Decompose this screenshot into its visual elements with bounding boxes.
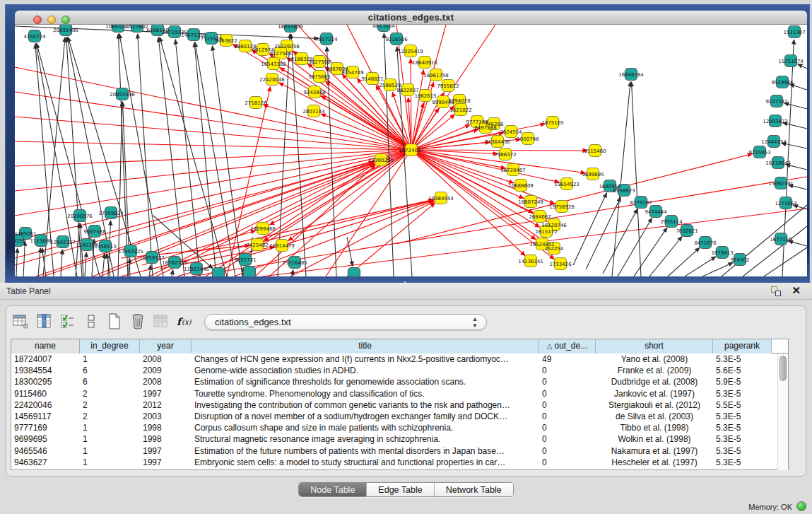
graph-node-teal[interactable] (213, 268, 225, 277)
table-cell[interactable]: 5.5E-5 (713, 399, 772, 411)
table-cell[interactable]: Embryonic stem cells: a model to study s… (192, 457, 539, 468)
table-cell[interactable]: Jankovic et al. (1997) (596, 388, 713, 399)
table-cell[interactable]: 0 (539, 365, 596, 376)
table-cell[interactable]: 2 (80, 388, 140, 399)
citation-edge-black[interactable] (603, 209, 637, 274)
citation-edge-red[interactable] (326, 150, 411, 276)
table-cell[interactable]: 9465546 (11, 445, 80, 457)
citation-edge-red[interactable] (279, 83, 411, 150)
float-window-icon[interactable] (771, 286, 781, 296)
table-cell[interactable]: 9777169 (11, 422, 80, 433)
citation-edge-black[interactable] (586, 197, 620, 269)
table-cell[interactable]: 9115460 (11, 388, 80, 399)
rows-icon[interactable] (81, 312, 102, 332)
table-cell[interactable]: 1 (80, 433, 140, 445)
import-table-icon[interactable] (151, 312, 172, 332)
table-cell[interactable]: Investigating the contribution of common… (192, 399, 539, 411)
table-row[interactable]: 2242004622012Investigating the contribut… (11, 399, 788, 411)
table-cell[interactable]: 1998 (140, 433, 192, 445)
citation-edge-black[interactable] (61, 250, 62, 276)
column-header-pagerank[interactable]: pagerank (713, 339, 772, 354)
table-cell[interactable]: 5.3E-5 (713, 411, 772, 422)
citation-edge-black[interactable] (685, 257, 716, 276)
table-cell[interactable]: 6 (80, 365, 140, 376)
table-cell[interactable]: Disruption of a novel member of a sodium… (192, 411, 539, 422)
table-cell[interactable]: Franke et al. (2009) (596, 365, 713, 376)
citation-edge-black[interactable] (668, 247, 700, 276)
table-cell[interactable]: 2008 (140, 354, 192, 365)
graph-node-teal[interactable] (348, 268, 360, 277)
table-cell[interactable]: 1 (80, 457, 140, 468)
table-cell[interactable]: 0 (539, 399, 596, 411)
table-cell[interactable]: 1 (80, 354, 140, 365)
table-cell[interactable]: 2 (80, 411, 140, 422)
table-cell[interactable]: Tourette syndrome. Phenomenology and cla… (192, 388, 539, 399)
table-row[interactable]: 1872400712008Changes of HCN gene express… (11, 354, 788, 365)
table-cell[interactable]: 0 (539, 422, 596, 433)
column-header-out_de[interactable]: △out_de... (539, 339, 596, 354)
citation-edge-black[interactable] (702, 263, 733, 276)
table-cell[interactable]: Wolkin et al. (1998) (596, 433, 713, 445)
citation-edge-black[interactable] (149, 265, 151, 276)
citation-edge-black[interactable] (102, 254, 105, 276)
table-cell[interactable]: Estimation of the future numbers of pati… (192, 445, 539, 457)
column-header-in_degree[interactable]: in_degree (80, 339, 140, 354)
table-cell[interactable]: 5.3E-5 (713, 422, 772, 433)
show-column-icon[interactable] (34, 312, 55, 332)
table-cell[interactable]: 5.3E-5 (713, 433, 772, 445)
table-cell[interactable]: 2008 (140, 376, 192, 387)
table-cell[interactable]: 1997 (140, 445, 192, 457)
citation-edge-black[interactable] (798, 64, 807, 69)
citation-edge-red[interactable] (15, 117, 411, 150)
scrollbar-thumb[interactable] (779, 356, 787, 381)
network-window-titlebar[interactable]: citations_edges.txt (15, 11, 807, 25)
new-file-icon[interactable] (104, 312, 125, 332)
select-attributes-icon[interactable] (57, 312, 78, 332)
function-builder-icon[interactable]: f(x) (174, 312, 195, 332)
citation-edge-black[interactable] (138, 34, 153, 276)
table-cell[interactable]: 0 (539, 376, 596, 387)
table-row[interactable]: 1830029562008Estimation of significance … (11, 376, 788, 387)
table-row[interactable]: 1938455462009Genome-wide association stu… (11, 365, 788, 376)
citation-edge-black[interactable] (195, 42, 235, 276)
table-cell[interactable]: 22420046 (11, 399, 80, 411)
table-cell[interactable]: Estimation of significance thresholds fo… (192, 376, 539, 387)
table-cell[interactable]: 2 (80, 399, 140, 411)
delete-icon[interactable] (127, 312, 148, 332)
table-cell[interactable]: 0 (539, 411, 596, 422)
table-cell[interactable]: 9699695 (11, 433, 80, 445)
citation-edge-black[interactable] (632, 82, 641, 276)
column-header-year[interactable]: year (140, 339, 192, 354)
table-row[interactable]: 946554611997Estimation of the future num… (11, 445, 788, 457)
vertical-scrollbar[interactable] (777, 354, 788, 470)
tab-network-table[interactable]: Network Table (435, 483, 513, 496)
table-cell[interactable]: Hescheler et al. (1997) (596, 457, 713, 468)
table-cell[interactable]: 2003 (140, 411, 192, 422)
table-cell[interactable]: 49 (539, 354, 596, 365)
table-cell[interactable]: 5.6E-5 (713, 365, 772, 376)
table-row[interactable]: 946362711997Embryonic stem cells: a mode… (11, 457, 788, 468)
table-cell[interactable]: 18300295 (11, 376, 80, 387)
table-cell[interactable]: de Silva et al. (2003) (596, 411, 713, 422)
table-settings-icon[interactable]: ⚙ (11, 312, 32, 332)
citation-edge-black[interactable] (38, 248, 40, 276)
table-cell[interactable]: 1997 (140, 388, 192, 399)
citation-edge-black[interactable] (326, 47, 336, 276)
table-cell[interactable]: 2009 (140, 365, 192, 376)
citation-edge-black[interactable] (160, 37, 227, 276)
citation-edge-black[interactable] (722, 205, 807, 276)
citation-edge-black[interactable] (172, 270, 173, 276)
table-cell[interactable]: Yano et al. (2008) (596, 354, 713, 365)
tab-edge-table[interactable]: Edge Table (367, 483, 434, 496)
table-cell[interactable]: 0 (539, 433, 596, 445)
column-header-short[interactable]: short (596, 339, 713, 354)
table-cell[interactable]: 1997 (140, 457, 192, 468)
table-row[interactable]: 1456911722003Disruption of a novel membe… (11, 411, 788, 422)
table-cell[interactable]: 1 (80, 422, 140, 433)
citation-edge-black[interactable] (76, 223, 79, 276)
table-cell[interactable]: 5.3E-5 (713, 354, 772, 365)
citation-edge-black[interactable] (158, 37, 184, 276)
tab-node-table[interactable]: Node Table (299, 483, 367, 496)
citation-edge-black[interactable] (764, 247, 807, 276)
table-row[interactable]: 977716911998Corpus callosum shape and si… (11, 422, 788, 433)
